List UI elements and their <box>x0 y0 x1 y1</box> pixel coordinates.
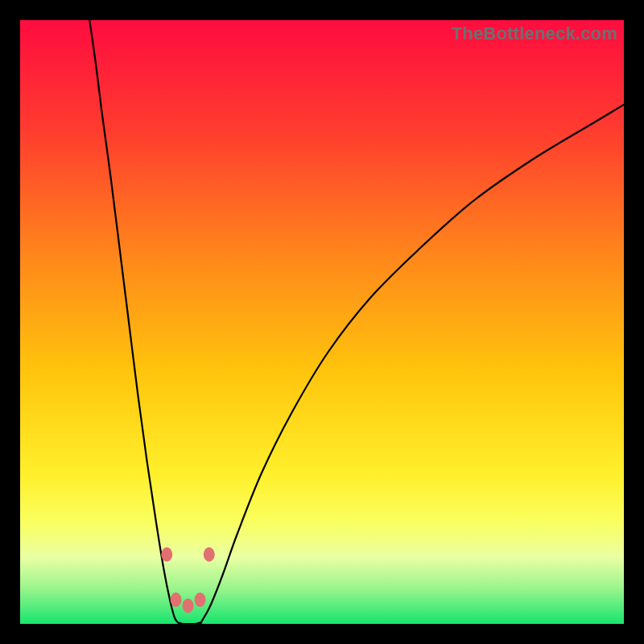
curve-marker <box>204 547 215 562</box>
gradient-background <box>20 20 624 624</box>
curve-marker <box>183 599 194 613</box>
bottleneck-chart <box>20 20 624 624</box>
chart-frame: TheBottleneck.com <box>20 20 624 624</box>
watermark-text: TheBottleneck.com <box>452 23 617 44</box>
curve-marker <box>171 592 182 607</box>
curve-marker <box>161 547 172 562</box>
curve-marker <box>195 592 206 607</box>
